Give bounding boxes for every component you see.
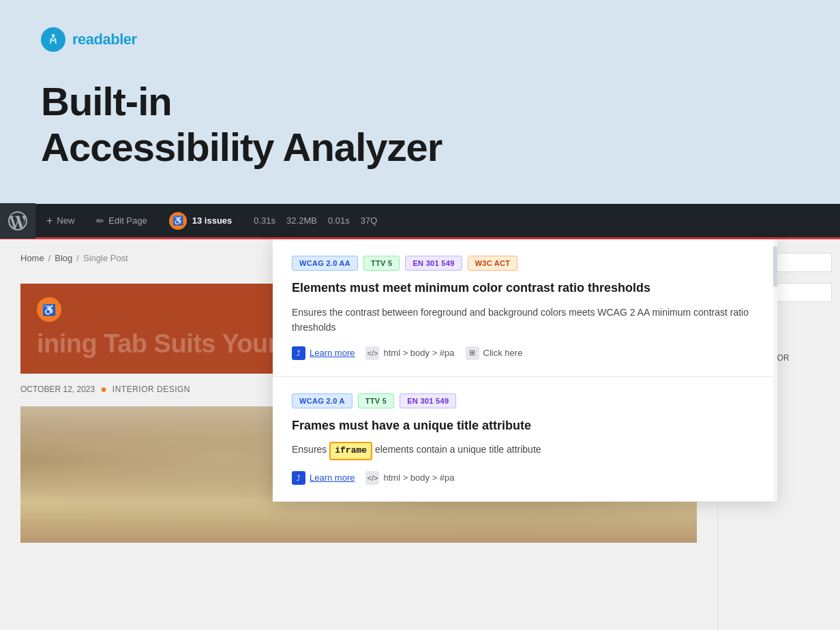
issue-2-footer: ⤴ Learn more </> html > body > #pa (292, 471, 758, 485)
svg-point-0 (52, 34, 55, 37)
breadcrumb-current: Single Post (83, 253, 128, 263)
issue-2-code-path: </> html > body > #pa (365, 471, 454, 485)
panel-scroll-thumb[interactable] (773, 246, 777, 287)
tag-w3c-act: W3C ACT (468, 256, 518, 271)
issue-2-learn-more[interactable]: ⤴ Learn more (292, 471, 355, 485)
tag-wcag-aa: WCAG 2.0 AA (292, 256, 358, 271)
issue-2-description: Ensures iframe elements contain a unique… (292, 442, 758, 460)
metric-queries: 37Q (361, 215, 378, 226)
tag-en301549-1: EN 301 549 (405, 256, 462, 271)
readabler-logo-text: readabler (72, 31, 137, 48)
issue-2-desc-before: Ensures (292, 444, 329, 455)
issue-1-click-here[interactable]: ⊞ Click here (466, 346, 523, 360)
edit-page-label: Edit Page (108, 215, 147, 226)
pencil-icon: ✏ (96, 215, 104, 226)
new-label: New (57, 215, 74, 226)
admin-bar-left: + New ✏ Edit Page ♿ 13 issues 0.31s 32.2… (0, 204, 388, 237)
issue-1-code-path: </> html > body > #pa (365, 346, 454, 360)
logo-row: readabler (41, 27, 799, 52)
edit-page-button[interactable]: ✏ Edit Page (85, 204, 158, 237)
issue-2-tags: WCAG 2.0 A TTV 5 EN 301 549 (292, 393, 758, 408)
issues-count-badge: 13 issues (192, 215, 232, 226)
readabler-logo-icon (41, 27, 65, 52)
wp-admin-bar: + New ✏ Edit Page ♿ 13 issues 0.31s 32.2… (0, 204, 840, 239)
post-date: OCTOBER 12, 2023 (20, 385, 95, 394)
new-button[interactable]: + New (35, 204, 85, 237)
issue-card-2: WCAG 2.0 A TTV 5 EN 301 549 Frames must … (273, 377, 777, 502)
readabler-issues-button[interactable]: ♿ 13 issues (158, 204, 243, 237)
issue-2-title: Frames must have a unique title attribut… (292, 418, 758, 434)
metric-time1: 0.31s (254, 215, 275, 226)
issue-1-footer: ⤴ Learn more </> html > body > #pa ⊞ Cli… (292, 346, 758, 360)
tag-ttv5-2: TTV 5 (358, 393, 394, 408)
breadcrumb-sep1: / (48, 253, 51, 263)
breadcrumb-sep2: / (76, 253, 79, 263)
issue-2-desc-after: elements contain a unique title attribut… (372, 444, 541, 455)
metric-size: 32.2MB (286, 215, 317, 226)
post-readabler-icon: ♿ (37, 297, 61, 322)
code-icon-1: </> (365, 346, 379, 360)
breadcrumb-home[interactable]: Home (20, 253, 44, 263)
issue-1-learn-more[interactable]: ⤴ Learn more (292, 346, 355, 360)
learn-more-icon-2: ⤴ (292, 471, 305, 485)
issue-card-1: WCAG 2.0 AA TTV 5 EN 301 549 W3C ACT Ele… (273, 239, 777, 376)
tag-ttv5-1: TTV 5 (363, 256, 400, 271)
readabler-bar-icon: ♿ (169, 212, 187, 230)
wp-logo-button[interactable] (0, 203, 35, 239)
code-icon-2: </> (365, 471, 379, 485)
meta-dot: ● (100, 383, 107, 395)
tag-en301549-2: EN 301 549 (400, 393, 456, 408)
learn-more-icon-1: ⤴ (292, 346, 305, 360)
panel-scroll-indicator (773, 239, 777, 501)
post-category: INTERIOR DESIGN (112, 385, 190, 394)
issue-1-description: Ensures the contrast between foreground … (292, 305, 758, 335)
plus-icon: + (46, 215, 52, 227)
issue-1-title: Elements must meet minimum color contras… (292, 280, 758, 296)
page-title: Built-in Accessibility Analyzer (41, 79, 799, 170)
breadcrumb-blog[interactable]: Blog (55, 253, 72, 263)
metric-time2: 0.01s (328, 215, 350, 226)
admin-bar-metrics: 0.31s 32.2MB 0.01s 37Q (243, 215, 388, 226)
page-background: readabler Built-in Accessibility Analyze… (0, 0, 840, 170)
click-icon-1: ⊞ (466, 346, 479, 360)
iframe-code-highlight: iframe (329, 442, 372, 460)
accessibility-panel: WCAG 2.0 AA TTV 5 EN 301 549 W3C ACT Ele… (273, 239, 777, 501)
tag-wcag-a: WCAG 2.0 A (292, 393, 352, 408)
content-wrapper: Home / Blog / Single Post ♿ ining Tab Su… (0, 239, 840, 630)
issue-1-tags: WCAG 2.0 AA TTV 5 EN 301 549 W3C ACT (292, 256, 758, 271)
